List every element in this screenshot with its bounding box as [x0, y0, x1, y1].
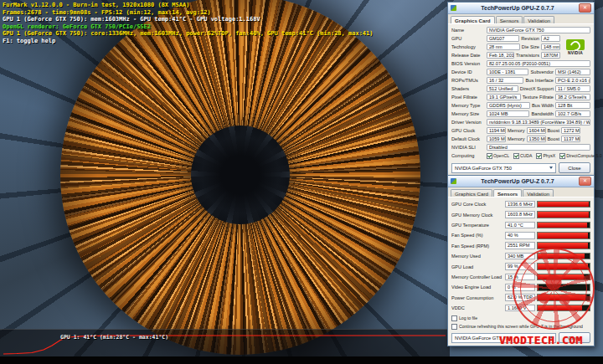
sensor-label: GPU Memory Clock: [451, 213, 503, 218]
field-label: Texture Fillrate: [523, 95, 554, 100]
field-label: Memory: [508, 128, 525, 133]
sensor-row[interactable]: GPU Core Clock 1336.6 MHz: [448, 199, 594, 209]
sensor-row[interactable]: Fan Speed (RPM) 2551 RPM: [448, 241, 594, 251]
field-value: MSI (1462): [555, 69, 590, 75]
field-row-default-clock: Default Clock 1059 MHz Memory 1350 MHz B…: [448, 135, 594, 143]
close-icon[interactable]: ✕: [579, 177, 591, 186]
field-value: Disabled: [487, 144, 590, 151]
gpuz1-bottom-bar: NVIDIA GeForce GTX 750 Close: [448, 161, 594, 176]
checkbox-physx[interactable]: [536, 153, 542, 159]
field-row-memory-type: Memory Type GDDR5 (Hynix) Bus Width 128 …: [448, 101, 594, 110]
field-label: Subvendor: [530, 69, 554, 74]
field-label: Bus Width: [532, 103, 554, 108]
gpuz2-titlebar[interactable]: TechPowerUp GPU-Z 0.7.7 ✕: [448, 176, 594, 187]
field-label: Name: [451, 28, 485, 33]
field-row-shaders: Shaders 512 Unified DirectX Support 11 /…: [448, 85, 594, 93]
field-value: NVIDIA GeForce GTX 750: [487, 27, 590, 33]
nvidia-logo: NVIDIA: [560, 34, 590, 59]
field-value: 512 Unified: [487, 85, 518, 92]
field-row-sli: NVIDIA SLI Disabled: [448, 143, 594, 151]
field-label: GPU: [451, 36, 485, 41]
field-label: Revision: [521, 36, 539, 41]
furmark-screen: FurMark v1.12.0.0 - Burn-in test, 1920x1…: [0, 0, 603, 364]
tab-graphics-card[interactable]: Graphics Card: [451, 189, 492, 197]
field-label: Memory Type: [451, 103, 485, 108]
field-label: GPU Clock: [451, 128, 485, 133]
field-label: Boost: [548, 128, 560, 133]
field-row-memory-size: Memory Size 1024 MB Bandwidth 102.7 GB/s: [448, 110, 594, 118]
tab-graphics-card[interactable]: Graphics Card: [451, 16, 495, 23]
osd-help-line: F1: toggle help: [3, 38, 374, 45]
sensor-row[interactable]: Fan Speed (%) 40 %: [448, 230, 594, 240]
field-value: A2: [541, 35, 560, 42]
sensor-value: 41.0 °C: [505, 222, 535, 229]
checkbox-opencl[interactable]: [487, 153, 492, 159]
field-label: Memory Size: [451, 111, 485, 116]
tab-validation[interactable]: Validation: [523, 16, 554, 23]
checkbox-label: CUDA: [520, 153, 532, 158]
card-select-dropdown[interactable]: NVIDIA GeForce GTX 750: [451, 163, 556, 173]
checkbox-label: OpenCL: [493, 153, 509, 158]
checkbox-log-to-file[interactable]: [451, 315, 457, 321]
field-label: DirectX Support: [520, 86, 554, 91]
field-value: 10DE - 1381: [487, 69, 528, 75]
field-value: 11 / SM5.0: [555, 85, 590, 92]
field-row-technology: Technology 28 nm Die Size 148 mm²: [448, 43, 560, 51]
field-row-release-date: Release Date Feb 18, 2014 Transistors 18…: [448, 51, 560, 59]
close-button[interactable]: Close: [559, 162, 590, 173]
field-label: Shaders: [451, 86, 485, 91]
vmodtech-watermark-text: VMODTECH.COM: [499, 334, 583, 346]
osd-renderer-line: OpenGL renderer: GeForce GTX 750/PCIe/SS…: [3, 23, 374, 31]
field-value: 1059 MHz: [487, 136, 506, 142]
sensor-row[interactable]: GPU Temperature 41.0 °C: [448, 220, 594, 230]
gpuz1-titlebar[interactable]: TechPowerUp GPU-Z 0.7.7 ✕: [448, 3, 594, 14]
field-value: 38.2 GTexel/s: [555, 94, 590, 100]
osd-frames-line: Frames:2678 - time:9mn08s - FPS:12 (min:…: [3, 9, 374, 17]
field-value: 102.7 GB/s: [555, 110, 590, 117]
furmark-pupil: [191, 126, 290, 224]
field-label: Die Size: [522, 44, 539, 49]
field-label: NVIDIA SLI: [451, 145, 485, 150]
checkbox-cuda[interactable]: [513, 153, 519, 159]
field-label: Transistors: [516, 53, 539, 58]
sensor-value: 2551 RPM: [505, 242, 535, 249]
field-row-computing: Computing OpenCL CUDA PhysX DirectComput…: [448, 151, 594, 160]
checkbox-directcompute[interactable]: [559, 153, 565, 159]
checkbox-background-refresh[interactable]: [451, 324, 457, 330]
gpuz2-title: TechPowerUp GPU-Z 0.7.7: [458, 178, 577, 184]
sensor-label: GPU Core Clock: [451, 202, 503, 207]
sensor-graph: [537, 232, 590, 239]
close-icon[interactable]: ✕: [579, 3, 591, 13]
field-label: Memory: [508, 136, 525, 141]
osd-title-line: FurMark v1.12.0.0 - Burn-in test, 1920x1…: [3, 2, 374, 9]
field-value: GDDR5 (Hynix): [487, 102, 530, 109]
field-row-gpu-clock: GPU Clock 1194 MHz Memory 1604 MHz Boost…: [448, 126, 594, 135]
gpuz1-title: TechPowerUp GPU-Z 0.7.7: [458, 5, 577, 11]
sensor-row[interactable]: GPU Memory Clock 1603.8 MHz: [448, 209, 594, 219]
sensor-label: GPU Load: [451, 264, 503, 269]
field-row-bios: BIOS Version 82.07.25.00.05 (P2010-0051): [448, 59, 594, 68]
field-value: PCI-E 2.0 x16 @ x16 2.0: [555, 77, 590, 84]
field-value: 16 / 32: [487, 77, 523, 84]
checkbox-label: PhysX: [543, 153, 555, 158]
field-label: Bandwidth: [531, 111, 554, 116]
field-label: Release Date: [451, 53, 485, 58]
tab-sensors[interactable]: Sensors: [496, 16, 523, 23]
field-value: 28 nm: [487, 44, 520, 50]
sensor-label: Fan Speed (%): [451, 233, 503, 238]
field-row-pixel-fillrate: Pixel Fillrate 19.1 GPixel/s Texture Fil…: [448, 93, 594, 101]
bottom-black-strip: [0, 356, 603, 364]
tab-validation[interactable]: Validation: [523, 189, 554, 197]
field-value: 82.07.25.00.05 (P2010-0051): [487, 60, 590, 67]
furmark-fur-donut: [60, 0, 420, 355]
field-label: ROPs/TMUs: [451, 78, 485, 83]
sensor-graph: [537, 201, 590, 208]
osd-gpu-line: GPU 1 (GeForce GTX 750): mem:1603MHz - G…: [3, 16, 374, 23]
field-value: 19.1 GPixel/s: [487, 94, 521, 100]
field-label: Computing: [451, 153, 485, 158]
nvidia-logo-text: NVIDIA: [568, 51, 583, 55]
field-value: Feb 18, 2014: [487, 52, 514, 59]
sensor-graph: [537, 211, 590, 218]
field-value: 1870M: [541, 52, 560, 59]
tab-sensors[interactable]: Sensors: [493, 189, 522, 197]
